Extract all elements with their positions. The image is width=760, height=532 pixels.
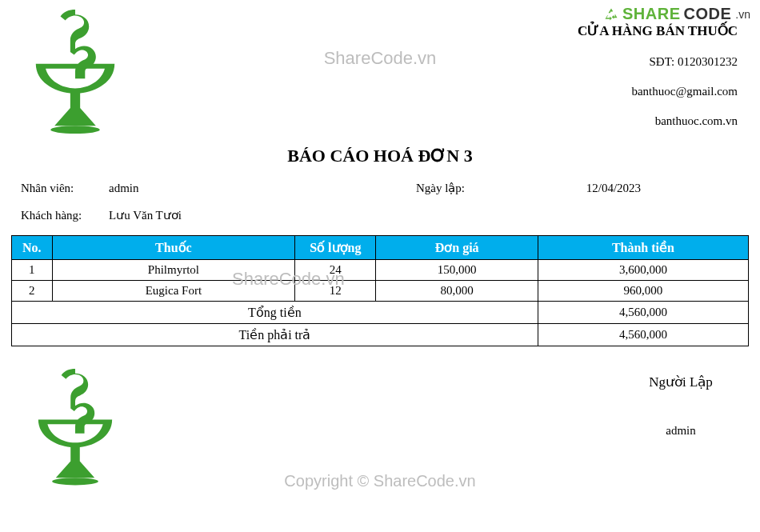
date-value: 12/04/2023 (488, 182, 739, 195)
bowl-of-hygieia-icon (23, 10, 127, 138)
cell-thuoc: Philmyrtol (52, 260, 295, 281)
col-header-soluong: Số lượng (295, 236, 376, 260)
sharecode-brand-logo: SHARECODE.vn (603, 5, 750, 23)
col-header-dongia: Đơn giá (376, 236, 538, 260)
employee-label: Nhân viên: (21, 182, 109, 195)
summary-label: Tiền phải trả (12, 324, 538, 346)
invoice-table: No. Thuốc Số lượng Đơn giá Thành tiền 1P… (11, 235, 749, 346)
store-email: banthuoc@gmail.com (578, 85, 738, 98)
report-title: BÁO CÁO HOÁ ĐƠN 3 (11, 146, 749, 166)
summary-value: 4,560,000 (538, 302, 748, 324)
summary-label: Tổng tiền (12, 302, 538, 324)
summary-row: Tổng tiền4,560,000 (12, 302, 749, 324)
header: CỬA HÀNG BÁN THUỐC SĐT: 0120301232 banth… (11, 10, 749, 138)
store-website: banthuoc.com.vn (578, 114, 738, 128)
brand-vn: .vn (735, 8, 750, 21)
summary-row: Tiền phải trả4,560,000 (12, 324, 749, 346)
info-row-employee-date: Nhân viên: admin Ngày lập: 12/04/2023 (11, 181, 749, 195)
brand-code: CODE (684, 5, 732, 23)
date-label: Ngày lập: (416, 181, 488, 195)
svg-point-1 (52, 478, 98, 485)
customer-value: Lưu Văn Tươi (109, 208, 237, 222)
signer-block: Người Lập admin (637, 369, 749, 438)
summary-value: 4,560,000 (538, 324, 748, 346)
footer: Người Lập admin (11, 369, 749, 489)
brand-share: SHARE (622, 5, 681, 23)
cell-no: 2 (12, 281, 53, 302)
table-row: 2Eugica Fort1280,000960,000 (12, 281, 749, 302)
store-name: CỬA HÀNG BÁN THUỐC (578, 22, 738, 39)
pharmacy-logo (11, 10, 139, 138)
signer-name: admin (666, 424, 696, 438)
store-phone: SĐT: 0120301232 (578, 55, 738, 69)
store-info: CỬA HÀNG BÁN THUỐC SĐT: 0120301232 banth… (578, 10, 749, 128)
info-row-customer: Khách hàng: Lưu Văn Tươi (11, 208, 749, 222)
col-header-thanhtien: Thành tiền (538, 236, 748, 260)
table-header-row: No. Thuốc Số lượng Đơn giá Thành tiền (12, 236, 749, 260)
col-header-no: No. (12, 236, 53, 260)
recycle-icon (603, 6, 619, 22)
cell-dongia: 80,000 (376, 281, 538, 302)
customer-label: Khách hàng: (21, 209, 109, 222)
cell-dongia: 150,000 (376, 260, 538, 281)
employee-value: admin (109, 182, 237, 195)
cell-no: 1 (12, 260, 53, 281)
cell-thanhtien: 960,000 (538, 281, 748, 302)
cell-thuoc: Eugica Fort (52, 281, 295, 302)
cell-soluong: 24 (295, 260, 376, 281)
svg-point-0 (50, 126, 100, 134)
col-header-thuoc: Thuốc (52, 236, 295, 260)
cell-soluong: 12 (295, 281, 376, 302)
table-row: 1Philmyrtol24150,0003,600,000 (12, 260, 749, 281)
signer-label: Người Lập (649, 374, 713, 390)
pharmacy-logo-footer (27, 369, 131, 489)
cell-thanhtien: 3,600,000 (538, 260, 748, 281)
bowl-of-hygieia-icon (27, 369, 123, 489)
